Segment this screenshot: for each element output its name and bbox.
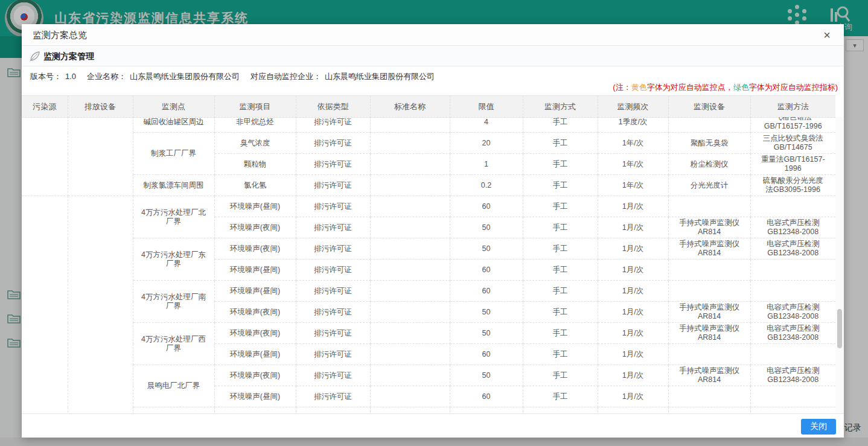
- table-cell: 臭气浓度: [214, 133, 296, 154]
- monitor-point-cell: 4万方污水处理厂东 厂界: [133, 238, 214, 281]
- table-cell: 环境噪声(夜间): [214, 302, 296, 323]
- table-cell: 手持式噪声监测仪 AR814: [668, 217, 750, 238]
- table-cell: 电容式声压检测 GB12348-2008: [750, 238, 835, 260]
- table-cell: 1月/次: [598, 196, 668, 217]
- table-cell: 手工: [523, 238, 598, 260]
- section-title: 监测方案管理: [43, 51, 94, 62]
- table-cell: 粉尘检测仪: [668, 154, 750, 175]
- table-row: 4万方污水处理厂东 厂界环境噪声(夜间)排污许可证50手工1月/次手持式噪声监测…: [22, 238, 835, 260]
- table-cell: 手工: [523, 344, 598, 365]
- table-cell: 60: [450, 260, 523, 281]
- table-cell: 环境噪声(夜间): [214, 238, 296, 260]
- table-cell: [450, 407, 523, 414]
- table-cell: [598, 407, 668, 414]
- table-cell: 手工: [523, 260, 598, 281]
- equipment-cell: [68, 196, 133, 414]
- table-row: 晨鸣电厂北厂界环境噪声(夜间)排污许可证50手工1月/次手持式噪声监测仪 AR8…: [22, 365, 835, 386]
- company-label: 企业名称：: [87, 72, 126, 81]
- table-row: 4万方污水处理厂北 厂界环境噪声(昼间)排污许可证60手工1月/次: [22, 196, 835, 217]
- table-cell: 聚酯无臭袋: [668, 133, 750, 154]
- table-cell: 排污许可证: [296, 260, 370, 281]
- table-cell: 50: [450, 217, 523, 238]
- table-row: 手持式噪声监测仪电容式声压检测: [22, 407, 835, 414]
- table-row: 制浆氯漂车间周围氯化氢排污许可证0.2手工1年/次分光光度计硫氰酸汞分光光度 法…: [22, 175, 835, 196]
- table-cell: 1年/次: [598, 175, 668, 196]
- table-cell: [750, 260, 835, 281]
- column-header: 监测设备: [668, 96, 750, 118]
- table-cell: 排污许可证: [296, 281, 370, 302]
- monitor-point-cell: 4万方污水处理厂西 厂界: [133, 323, 214, 365]
- table-cell: 环境噪声(昼间): [214, 260, 296, 281]
- table-cell: 手持式噪声监测仪 AR814: [668, 365, 750, 386]
- table-cell: 1月/次: [598, 217, 668, 238]
- table-cell: 排污许可证: [296, 133, 370, 154]
- table-cell: [668, 344, 750, 365]
- table-cell: [523, 407, 598, 414]
- table-cell: [370, 323, 450, 344]
- plan-table-viewport: 碱回收油罐区周边非甲烷总烃排污许可证4手工1季度/次气相色谱法 GB/T1615…: [22, 117, 835, 413]
- table-cell: 手持式噪声监测仪 AR814: [668, 302, 750, 323]
- pollutant-cell: [22, 117, 68, 196]
- note-yellow: 黄色: [631, 83, 647, 92]
- table-cell: [668, 260, 750, 281]
- table-cell: 手持式噪声监测仪: [668, 407, 750, 414]
- table-cell: 排污许可证: [296, 302, 370, 323]
- table-cell: 手工: [523, 175, 598, 196]
- monitor-point-cell: 制浆氯漂车间周围: [133, 175, 214, 196]
- auto-company-value: 山东晨鸣纸业集团股份有限公司: [325, 72, 435, 81]
- table-cell: [750, 281, 835, 302]
- table-cell: 1月/次: [598, 281, 668, 302]
- plan-table-body: 碱回收油罐区周边非甲烷总烃排污许可证4手工1季度/次气相色谱法 GB/T1615…: [22, 117, 835, 413]
- table-cell: 排污许可证: [296, 323, 370, 344]
- table-cell: 1年/次: [598, 154, 668, 175]
- color-legend-note: (注：黄色字体为对应自动监控点，绿色字体为对应自动监控指标): [613, 82, 838, 93]
- column-header: 监测点: [133, 96, 214, 118]
- table-cell: 环境噪声(昼间): [214, 281, 296, 302]
- table-cell: 环境噪声(昼间): [214, 344, 296, 365]
- table-cell: [370, 365, 450, 386]
- version-label: 版本号：: [30, 72, 62, 81]
- table-cell: [370, 175, 450, 196]
- table-cell: [296, 407, 370, 414]
- monitor-point-cell: [133, 407, 214, 414]
- table-cell: 重量法GB/T16157- 1996: [750, 154, 835, 175]
- column-header: 排放设备: [68, 96, 133, 118]
- table-cell: [370, 133, 450, 154]
- table-cell: [370, 260, 450, 281]
- modal-footer: 关闭: [22, 413, 844, 438]
- feather-pen-icon: [30, 51, 40, 62]
- pollutant-cell: [22, 196, 68, 414]
- table-cell: 1年/次: [598, 133, 668, 154]
- table-cell: 手工: [523, 365, 598, 386]
- table-cell: [370, 344, 450, 365]
- close-button[interactable]: 关闭: [801, 419, 836, 435]
- table-cell: 手工: [523, 302, 598, 323]
- table-cell: 1月/次: [598, 344, 668, 365]
- table-cell: [750, 196, 835, 217]
- scrollbar-thumb[interactable]: [837, 309, 842, 348]
- table-cell: 电容式声压检测: [750, 407, 835, 414]
- monitor-point-cell: 碱回收油罐区周边: [133, 117, 214, 133]
- table-cell: [668, 196, 750, 217]
- plan-table-header: 污染源排放设备监测点监测项目依据类型标准名称限值监测方式监测频次监测设备监测方法: [22, 95, 835, 117]
- column-header: 限值: [450, 96, 523, 118]
- close-icon[interactable]: ×: [819, 27, 835, 43]
- table-cell: 排污许可证: [296, 117, 370, 133]
- table-cell: 氯化氢: [214, 175, 296, 196]
- table-cell: 60: [450, 386, 523, 407]
- monitor-point-cell: 4万方污水处理厂南 厂界: [133, 281, 214, 323]
- company-value: 山东晨鸣纸业集团股份有限公司: [130, 72, 240, 81]
- table-cell: 手工: [523, 154, 598, 175]
- table-cell: 电容式声压检测 GB12348-2008: [750, 323, 835, 344]
- table-cell: 50: [450, 302, 523, 323]
- table-cell: 1月/次: [598, 260, 668, 281]
- table-row: 4万方污水处理厂西 厂界环境噪声(夜间)排污许可证50手工1月/次手持式噪声监测…: [22, 323, 835, 344]
- table-scrollbar[interactable]: [835, 117, 844, 413]
- table-cell: [370, 407, 450, 414]
- screen: 山东省污染源监测信息共享系统 查询 ▾: [0, 0, 868, 446]
- table-cell: 非甲烷总烃: [214, 117, 296, 133]
- table-cell: 硫氰酸汞分光光度 法GB3095-1996: [750, 175, 835, 196]
- table-cell: [370, 196, 450, 217]
- table-cell: 50: [450, 365, 523, 386]
- table-cell: 环境噪声(夜间): [214, 365, 296, 386]
